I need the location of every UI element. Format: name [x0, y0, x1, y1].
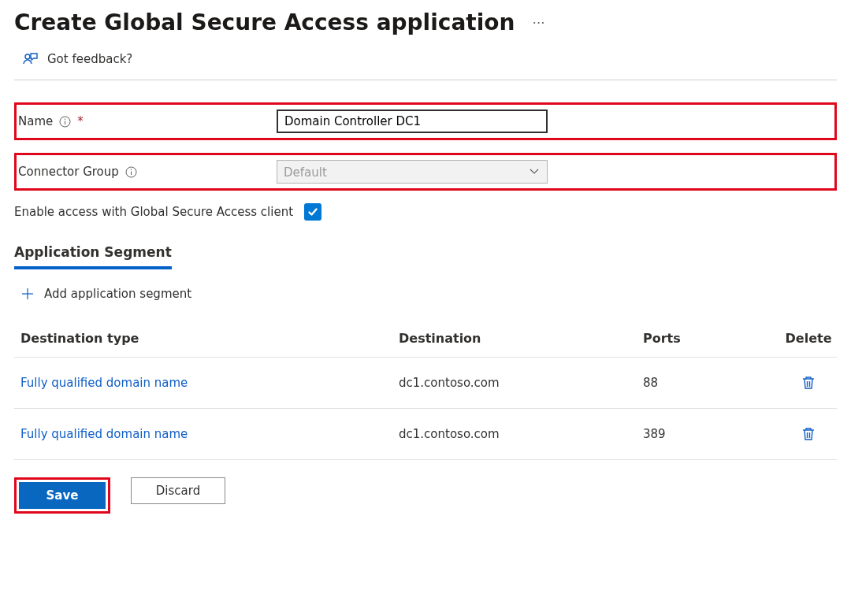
row-dest: dc1.contoso.com	[399, 427, 643, 441]
info-icon[interactable]	[125, 166, 137, 178]
delete-button[interactable]	[801, 426, 816, 442]
svg-point-3	[65, 118, 65, 119]
name-label: Name	[18, 114, 53, 128]
chevron-down-icon	[529, 165, 540, 176]
page-title: Create Global Secure Access application	[14, 9, 515, 35]
name-row-highlight: Name *	[14, 102, 837, 140]
connector-label-group: Connector Group	[17, 165, 277, 179]
enable-access-label: Enable access with Global Secure Access …	[14, 205, 293, 219]
required-indicator: *	[77, 114, 84, 128]
feedback-icon	[22, 51, 39, 67]
info-icon[interactable]	[59, 116, 71, 128]
row-ports: 88	[643, 376, 781, 390]
connector-label: Connector Group	[18, 165, 119, 179]
tab-application-segment[interactable]: Application Segment	[14, 244, 172, 269]
save-button[interactable]: Save	[19, 482, 106, 509]
enable-access-checkbox[interactable]	[304, 203, 321, 221]
svg-point-0	[25, 54, 30, 59]
table-row: Fully qualified domain name dc1.contoso.…	[14, 409, 837, 460]
row-type-link[interactable]: Fully qualified domain name	[20, 376, 399, 390]
trash-icon	[801, 426, 816, 442]
segment-tabs: Application Segment	[14, 244, 837, 287]
col-header-ports[interactable]: Ports	[643, 331, 781, 346]
connector-row-highlight: Connector Group Default	[14, 153, 837, 191]
add-segment-label: Add application segment	[44, 287, 191, 301]
table-header-row: Destination type Destination Ports Delet…	[14, 323, 837, 358]
svg-point-6	[131, 169, 132, 169]
col-header-type[interactable]: Destination type	[20, 331, 399, 346]
table-row: Fully qualified domain name dc1.contoso.…	[14, 358, 837, 409]
connector-select[interactable]: Default	[277, 160, 548, 184]
feedback-label: Got feedback?	[47, 52, 132, 66]
more-icon[interactable]: ⋯	[532, 15, 546, 30]
name-input[interactable]	[277, 109, 548, 133]
col-header-dest[interactable]: Destination	[399, 331, 643, 346]
trash-icon	[801, 375, 816, 391]
footer-actions: Save Discard	[14, 477, 837, 514]
enable-access-row: Enable access with Global Secure Access …	[14, 203, 837, 221]
row-type-link[interactable]: Fully qualified domain name	[20, 427, 399, 441]
row-ports: 389	[643, 427, 781, 441]
segment-table: Destination type Destination Ports Delet…	[14, 323, 837, 460]
name-label-group: Name *	[17, 114, 277, 128]
page-header: Create Global Secure Access application …	[14, 9, 837, 35]
plus-icon	[20, 287, 35, 301]
feedback-link[interactable]: Got feedback?	[14, 46, 837, 80]
col-header-delete: Delete	[781, 331, 836, 346]
add-segment-button[interactable]: Add application segment	[20, 287, 837, 301]
save-button-highlight: Save	[14, 477, 110, 514]
row-dest: dc1.contoso.com	[399, 376, 643, 390]
connector-value: Default	[277, 160, 548, 184]
delete-button[interactable]	[801, 375, 816, 391]
discard-button[interactable]: Discard	[131, 477, 225, 504]
